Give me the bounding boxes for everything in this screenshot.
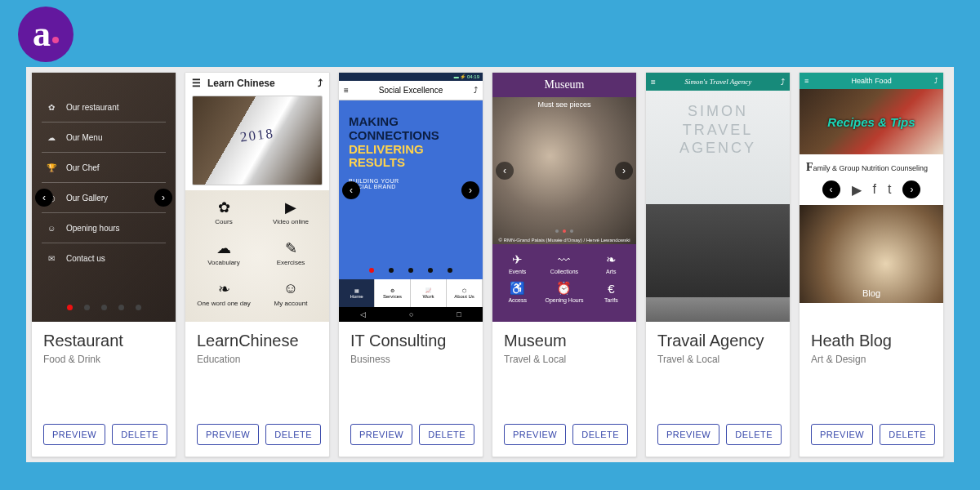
preview-button[interactable]: PREVIEW [504,424,566,445]
carousel-next-icon[interactable]: › [154,189,172,207]
template-title: Restaurant [43,332,164,350]
pencil-icon: ✎ [280,239,301,257]
cloud-icon: ☁ [45,131,58,144]
pager-dots [42,305,166,314]
cloud-icon: ☁ [213,239,234,257]
menu-item-label: Our Gallery [66,194,108,203]
tagline: Family & Group Nutrition Counseling [800,154,943,177]
chart-icon: 📈 [425,287,431,293]
menu-item-label: Our Menu [66,133,102,142]
preview-button[interactable]: PREVIEW [657,424,719,445]
preview-button[interactable]: PREVIEW [197,424,259,445]
hero-image: Recipes & Tips [800,89,943,154]
icon-label: Arts [606,269,616,274]
app-title: Simon's Travel Agency [685,78,752,86]
brand-letter: a [33,22,51,47]
menu-item-label: Contact us [66,254,105,263]
status-bar: ▬ ⚡ 04:19 [339,73,483,81]
pager-dots [492,229,636,233]
delete-button[interactable]: DELETE [419,424,474,445]
blog-image: Blog [800,205,943,303]
preview-button[interactable]: PREVIEW [43,424,105,445]
grid-label: Cours [215,218,232,225]
template-category: Education [197,354,318,365]
account-icon: ☺ [280,280,301,298]
hero-image: Must see pieces © RMN-Grand Palais (Musé… [492,97,636,244]
template-card: Museum Must see pieces © RMN-Grand Palai… [492,72,637,457]
carousel-next-icon[interactable]: › [615,162,633,180]
leaf-icon: ✿ [45,100,58,114]
menu-item-label: Our restaurant [66,103,118,112]
carousel-prev-icon[interactable]: ‹ [496,162,514,180]
youtube-icon: ▶ [852,182,862,198]
app-title: Health Food [852,77,892,85]
leaf-icon: ✿ [213,198,234,216]
template-card: ☰Learn Chinese⤴ ✿Cours ▶Video online ☁Vo… [185,72,330,457]
smile-icon: ☺ [45,221,58,234]
headline: DELIVERING [349,142,424,156]
template-thumbnail[interactable]: ✿Our restaurant ☁Our Menu 🏆Our Chef ◎Our… [32,73,176,322]
template-title: LearnChinese [197,332,318,350]
template-thumbnail[interactable]: ☰Learn Chinese⤴ ✿Cours ▶Video online ☁Vo… [185,73,329,322]
access-icon: ♿ [510,281,526,296]
facebook-icon: f [873,182,876,197]
delete-button[interactable]: DELETE [880,424,935,445]
template-thumbnail[interactable]: ≡Simon's Travel Agency⤴ SIMONTRAVELAGENC… [646,73,790,322]
info-icon: ⬡ [462,287,466,293]
tariff-icon: € [603,281,619,296]
grid-label: My account [274,300,308,307]
tab-label: About Us [454,294,474,299]
delete-button[interactable]: DELETE [726,424,782,445]
carousel-prev-icon[interactable]: ‹ [342,181,360,199]
template-thumbnail[interactable]: ≡Health Food⤴ Recipes & Tips Family & Gr… [800,73,943,322]
carousel-prev-icon[interactable]: ‹ [822,180,840,198]
template-title: Heath Blog [811,332,932,350]
twitter-icon: t [888,182,891,197]
template-thumbnail[interactable]: Museum Must see pieces © RMN-Grand Palai… [492,73,636,322]
gear-icon: ⚙ [390,287,394,293]
trophy-icon: 🏆 [45,161,58,174]
template-title: Travail Agency [657,332,778,350]
template-category: Travel & Local [657,354,778,365]
carousel-next-icon[interactable]: › [461,181,479,199]
template-card: ≡Simon's Travel Agency⤴ SIMONTRAVELAGENC… [645,72,791,457]
delete-button[interactable]: DELETE [572,424,628,445]
delete-button[interactable]: DELETE [112,424,167,445]
tab-label: Home [350,294,363,299]
brand-dot-icon [52,37,59,43]
carousel-next-icon[interactable]: › [902,180,920,198]
menu-icon: ≡ [344,86,349,95]
headline: CONNECTIONS [349,128,439,142]
hero-image [192,96,323,185]
delete-button[interactable]: DELETE [265,424,321,445]
grid-label: Vocabulary [207,259,240,266]
menu-icon: ≡ [804,77,808,85]
carousel-prev-icon[interactable]: ‹ [35,189,53,207]
template-thumbnail[interactable]: ▬ ⚡ 04:19 ≡Social Excellence⤴ MAKINGCONN… [339,73,483,322]
icon-label: Events [509,269,526,274]
plant-icon: ❧ [213,280,234,298]
template-card: ▬ ⚡ 04:19 ≡Social Excellence⤴ MAKINGCONN… [338,72,483,457]
preview-button[interactable]: PREVIEW [350,424,412,445]
menu-icon: ☰ [192,78,201,89]
icon-label: Opening Hours [545,297,583,303]
events-icon: ✈ [510,252,526,267]
icon-label: Tarifs [604,297,618,303]
image-credit: © RMN-Grand Palais (Musée d'Orsay) / Her… [492,238,636,243]
app-title: Social Excellence [379,86,443,95]
template-category: Travel & Local [504,354,625,365]
collections-icon: 〰 [556,252,572,267]
template-category: Business [350,354,471,365]
share-icon: ⤴ [934,77,938,85]
hero-subtitle: Must see pieces [492,100,636,109]
menu-icon: ≡ [651,78,656,87]
app-title: Museum [492,73,636,97]
video-icon: ▶ [280,198,301,216]
hero-overlay-text: SIMONTRAVELAGENCY [654,102,782,158]
template-card: ✿Our restaurant ☁Our Menu 🏆Our Chef ◎Our… [31,72,176,457]
preview-button[interactable]: PREVIEW [811,424,873,445]
template-card: ≡Health Food⤴ Recipes & Tips Family & Gr… [799,72,944,457]
share-icon: ⤴ [318,78,323,89]
grid-label: Exercises [277,259,305,266]
pager-dots [339,268,483,273]
